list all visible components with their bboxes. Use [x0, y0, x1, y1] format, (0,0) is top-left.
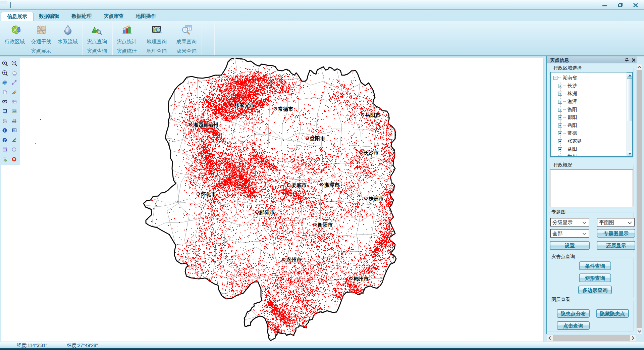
svg-text:常德市: 常德市 [278, 106, 293, 112]
svg-text:张家界市: 张家界市 [234, 102, 255, 108]
svg-text:株洲市: 株洲市 [368, 196, 384, 201]
svg-text:湘西自治州: 湘西自治州 [193, 122, 218, 128]
svg-text:娄底市: 娄底市 [291, 182, 307, 188]
svg-text:湘潭市: 湘潭市 [324, 182, 339, 188]
svg-text:邵阳市: 邵阳市 [259, 209, 275, 215]
svg-text:永州市: 永州市 [286, 257, 302, 262]
svg-text:怀化市: 怀化市 [201, 191, 216, 197]
svg-text:郴州市: 郴州市 [353, 276, 369, 282]
svg-text:长沙市: 长沙市 [363, 150, 379, 155]
svg-text:益阳市: 益阳市 [310, 136, 325, 141]
svg-text:?: ? [4, 138, 6, 142]
svg-text:i: i [4, 129, 5, 132]
svg-text:岳阳市: 岳阳市 [365, 112, 380, 118]
svg-text:衡阳市: 衡阳市 [317, 222, 333, 228]
